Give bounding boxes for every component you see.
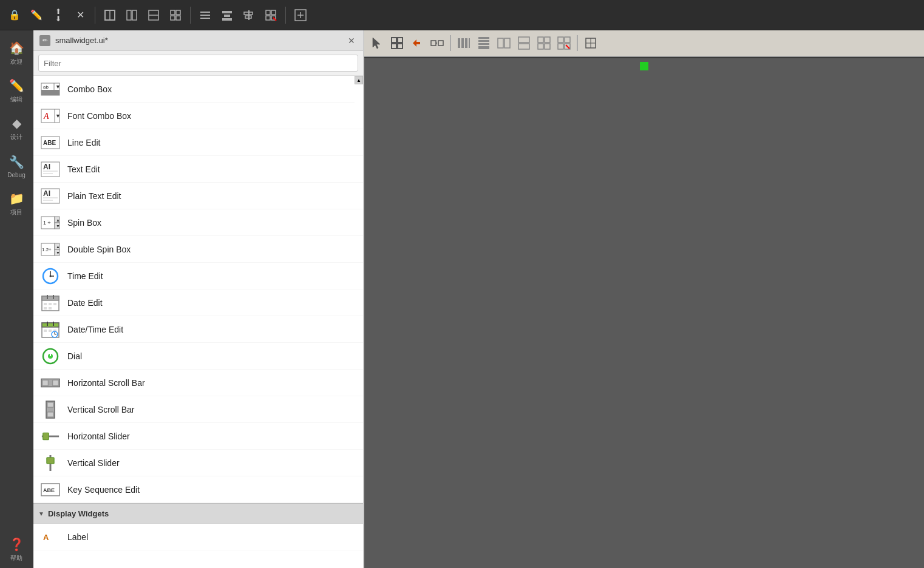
svg-rect-100 [398,44,403,49]
list-item[interactable]: A Label [33,524,363,550]
svg-rect-93 [47,458,54,464]
file-close-button[interactable]: ✕ [346,35,357,46]
dial-icon [41,348,60,365]
svg-rect-85 [42,380,48,385]
svg-rect-75 [44,330,47,332]
svg-rect-91 [43,433,49,439]
halign2-icon[interactable] [217,5,237,25]
list-item[interactable]: AI Plain Text Edit [33,183,363,209]
list-item[interactable]: Horizontal Slider [33,423,363,450]
display-widgets-category[interactable]: ▼ Display Widgets [33,503,363,524]
scroll-up-button[interactable]: ▲ [355,76,363,84]
ct-separator-2 [577,35,578,51]
list-item[interactable]: ABE Key Sequence Edit [33,476,363,503]
sidebar-item-welcome-label: 欢迎 [10,58,22,66]
list-item[interactable]: AI Text Edit [33,156,363,183]
list-item[interactable]: Dial [33,343,363,370]
layout-icon-2[interactable] [122,5,141,25]
svg-rect-2 [127,10,131,20]
svg-rect-113 [504,38,510,48]
left-sidebar: 🏠 欢迎 ✏️ 编辑 ◆ 设计 🔧 Debug 📁 项目 ❓ 帮助 [0,30,33,568]
svg-rect-63 [42,296,59,300]
filter-input[interactable] [38,55,358,72]
widget-tool-icon[interactable] [388,34,406,52]
layout-break-icon[interactable] [261,5,280,25]
close-icon[interactable]: ✕ [70,5,90,25]
key-sequence-edit-label: Key Sequence Edit [67,485,140,495]
canvas-indicator [640,62,648,70]
break-layout-icon[interactable] [555,34,573,52]
vlayout-icon[interactable] [475,34,493,52]
pointer-tool-icon[interactable] [368,34,386,52]
filter-area [33,51,363,76]
tab-order-icon[interactable] [408,34,426,52]
lock-icon[interactable]: 🔒 [5,5,24,25]
sidebar-item-welcome[interactable]: 🏠 欢迎 [2,35,31,72]
pencil-icon[interactable]: ✏️ [27,5,46,25]
svg-rect-119 [545,44,550,49]
svg-rect-6 [171,10,175,15]
ct-separator-1 [450,35,451,51]
list-item[interactable]: Date Edit [33,289,363,316]
buddy-icon[interactable] [428,34,446,52]
canvas-toolbar [364,30,924,57]
svg-rect-121 [565,37,570,42]
vertical-scroll-bar-icon [41,401,60,418]
sidebar-item-help[interactable]: ❓ 帮助 [2,532,31,568]
svg-text:▼: ▼ [55,113,60,119]
halign-icon[interactable] [195,5,215,25]
svg-text:ABE: ABE [43,140,56,146]
label-widget-label: Label [67,532,88,542]
svg-rect-68 [53,303,56,305]
svg-rect-7 [176,10,180,15]
adjust-size-icon[interactable] [582,34,600,52]
file-title: smallwidget.ui* [55,36,341,45]
file-icon: ✏ [39,35,50,46]
list-item[interactable]: ABE Line Edit [33,129,363,156]
svg-rect-108 [478,37,489,39]
layout-icon-4[interactable] [166,5,185,25]
sidebar-item-projects[interactable]: 📁 项目 [2,186,31,222]
svg-text:▼: ▼ [56,251,60,255]
list-item[interactable]: ab ▼ Combo Box [33,76,355,103]
combo-box-label: Combo Box [67,84,112,94]
list-item[interactable]: Horizontal Scroll Bar [33,370,363,396]
halign3-icon[interactable] [239,5,259,25]
svg-text:▼: ▼ [55,84,60,90]
layout-icon-3[interactable] [144,5,163,25]
layout-icon-1[interactable] [100,5,120,25]
line-edit-icon: ABE [41,134,60,151]
split-h-icon[interactable] [495,34,513,52]
svg-text:▲: ▲ [56,218,60,222]
svg-rect-15 [222,18,232,21]
sidebar-item-edit[interactable]: ✏️ 编辑 [2,73,31,109]
label-icon: A [41,529,60,546]
grid-layout-icon[interactable] [535,34,553,52]
svg-rect-107 [469,38,470,48]
svg-rect-102 [438,41,443,46]
sidebar-item-design-label: 设计 [10,133,22,141]
sidebar-item-edit-label: 编辑 [10,95,22,104]
hlayout-icon[interactable] [455,34,473,52]
list-item[interactable]: A ▼ Font Combo Box [33,103,363,129]
list-item[interactable]: Vertical Slider [33,450,363,476]
list-item[interactable]: 1 ÷ ▲ ▼ Spin Box [33,209,363,236]
svg-rect-72 [42,323,59,327]
list-item[interactable]: 1.2÷ ▲ ▼ Double Spin Box [33,236,363,263]
top-toolbar: 🔒 ✏️ ⬆⬇ ✕ [0,0,924,30]
widget-panel: ✏ smallwidget.ui* ✕ ▲ ab ▼ [33,30,364,568]
sidebar-item-design[interactable]: ◆ 设计 [2,110,31,147]
vertical-scroll-bar-label: Vertical Scroll Bar [67,405,134,414]
zoom-icon[interactable] [291,5,310,25]
svg-text:A: A [43,533,49,542]
list-item[interactable]: Date/Time Edit [33,316,363,343]
list-item[interactable]: Time Edit [33,263,363,289]
split-v-icon[interactable] [515,34,533,52]
svg-rect-89 [47,412,53,417]
svg-rect-101 [431,41,436,46]
svg-rect-110 [478,43,489,45]
arrow-updown-icon[interactable]: ⬆⬇ [49,5,68,25]
sidebar-item-debug[interactable]: 🔧 Debug [2,148,31,184]
list-item[interactable]: Vertical Scroll Bar [33,396,363,423]
help-icon: ❓ [9,537,24,552]
